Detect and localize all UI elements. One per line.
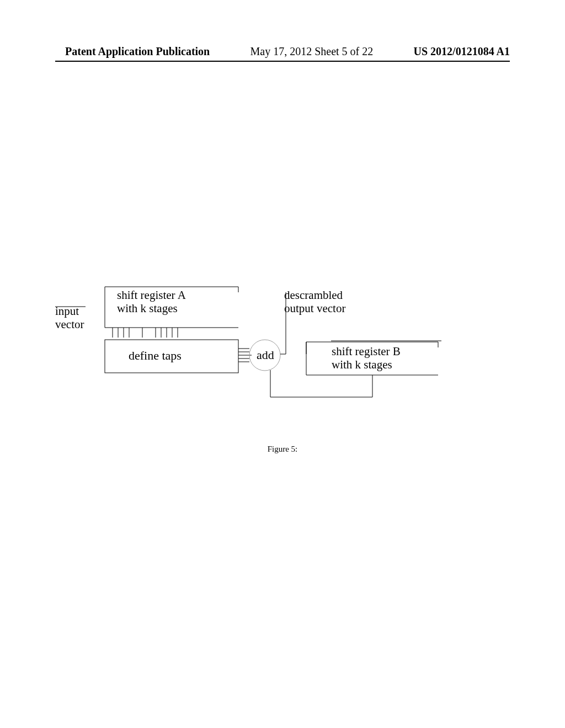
page: Patent Application Publication May 17, 2… [0,0,565,728]
figure-diagram: input vector shift register A with k sta… [55,270,510,436]
tap-comb [113,328,178,338]
page-header: Patent Application Publication May 17, 2… [0,45,565,58]
date-and-sheet: May 17, 2012 Sheet 5 of 22 [250,45,374,58]
shift-register-a-left-bottom [105,287,238,328]
figure-caption: Figure 5: [0,445,565,454]
publication-type: Patent Application Publication [65,45,210,58]
publication-number: US 2012/0121084 A1 [414,45,510,58]
shift-register-b-left-bottom [306,342,438,375]
feedback-line [270,370,372,397]
define-taps-box [105,340,238,373]
header-rule [55,61,510,62]
diagram-svg [55,270,510,436]
adder-circle [249,340,280,371]
